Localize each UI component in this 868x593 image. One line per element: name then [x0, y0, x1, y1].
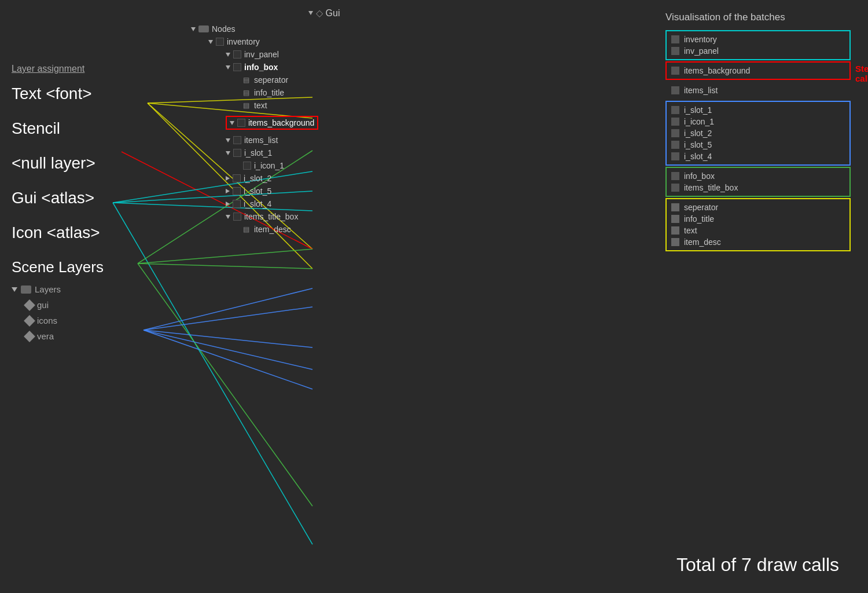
layer-assignment-label: Layer assignment: [12, 64, 150, 74]
node-icon: [233, 187, 241, 195]
scene-entry-gui: gui: [25, 300, 150, 310]
tree-panel: ◇ Gui Nodes inventory inv_panel info_box…: [174, 6, 475, 236]
gui-icon: ◇: [316, 8, 323, 19]
tree-i-slot-4: i_slot_4: [174, 197, 475, 210]
batch-item-seperator: seperator: [671, 202, 845, 213]
node-icon: [243, 162, 251, 170]
svg-line-9: [138, 249, 312, 263]
expand-icon: [308, 11, 313, 15]
text-icon: ▤: [243, 225, 249, 233]
svg-line-13: [144, 288, 312, 330]
node-icon: [216, 38, 224, 46]
batch-group-cyan: inventory inv_panel: [665, 30, 851, 60]
expand-icon: [226, 138, 230, 142]
tree-i-slot-1: i_slot_1: [174, 147, 475, 159]
batch-sq-icon: [671, 86, 679, 94]
tree-i-slot-5: i_slot_5: [174, 185, 475, 197]
batch-sq-icon: [671, 172, 679, 180]
batch-sq-icon: [671, 226, 679, 235]
batch-item-items-bg: items_background: [671, 65, 845, 76]
node-icon: [233, 213, 241, 221]
batch-item-i-slot-1: i_slot_1: [671, 104, 845, 116]
batch-sq-icon: [671, 152, 679, 160]
expand-icon: [12, 287, 17, 292]
tree-nodes-folder: Nodes: [174, 23, 475, 35]
batch-sq-icon: [671, 203, 679, 211]
expand-icon: [226, 53, 230, 57]
svg-line-17: [144, 330, 312, 389]
batch-sq-icon: [671, 238, 679, 246]
svg-line-14: [144, 307, 312, 330]
tree-root-gui: ◇ Gui: [174, 6, 475, 20]
diamond-icon: [24, 331, 35, 342]
tree-seperator: ▤ seperator: [174, 74, 475, 86]
stencil-note: Stencils uses 2 draw calls: [855, 64, 868, 83]
text-icon: ▤: [243, 101, 249, 109]
expand-right-icon: [226, 202, 230, 206]
tree-item-desc: ▤ item_desc: [174, 223, 475, 236]
scene-entry-vera: vera: [25, 331, 150, 341]
text-icon: ▤: [243, 76, 249, 84]
batch-sq-icon: [671, 67, 679, 75]
node-icon: [233, 149, 241, 157]
diamond-icon: [24, 299, 35, 311]
batch-sq-icon: [671, 141, 679, 149]
batch-item-i-slot-2: i_slot_2: [671, 127, 845, 139]
batch-item-inv-panel: inv_panel: [671, 45, 845, 57]
diamond-icon: [24, 315, 35, 327]
batch-item-inventory: inventory: [671, 34, 845, 45]
layer-icon-atlas: Icon <atlas>: [12, 224, 150, 242]
node-icon: [233, 63, 241, 71]
node-icon: [237, 119, 245, 127]
tree-inventory: inventory: [174, 35, 475, 48]
batch-item-items-title-box: items_title_box: [671, 182, 845, 193]
batch-group-none: items_list: [665, 81, 851, 100]
batch-sq-icon: [671, 129, 679, 137]
batch-item-items-list: items_list: [671, 85, 845, 96]
scene-layers-title: Scene Layers: [12, 258, 150, 276]
batch-group-red: items_background Stencils uses 2 draw ca…: [665, 61, 851, 80]
batch-item-text: text: [671, 225, 845, 236]
batch-group-yellow: seperator info_title text item_desc: [665, 198, 851, 251]
folder-icon: [198, 25, 209, 32]
svg-line-15: [144, 330, 312, 347]
layer-null: <null layer>: [12, 154, 150, 173]
viz-title: Visualisation of the batches: [665, 12, 851, 23]
expand-right-icon: [226, 176, 230, 181]
svg-line-16: [144, 330, 312, 369]
tree-i-slot-2: i_slot_2: [174, 172, 475, 185]
layer-stencil: Stencil: [12, 119, 150, 138]
total-draw-calls-label: Total of 7 draw calls: [676, 554, 839, 576]
expand-icon: [191, 27, 196, 31]
batch-sq-icon: [671, 106, 679, 114]
batch-item-info-title: info_title: [671, 213, 845, 225]
tree-info-box: info_box: [174, 61, 475, 74]
node-icon: [233, 200, 241, 208]
layer-gui-atlas: Gui <atlas>: [12, 189, 150, 207]
batch-sq-icon: [671, 118, 679, 126]
expand-icon: [230, 121, 234, 125]
right-panel: Visualisation of the batches inventory i…: [665, 12, 851, 252]
scene-entry-icons: icons: [25, 316, 150, 325]
expand-right-icon: [226, 189, 230, 193]
batch-item-i-slot-5: i_slot_5: [671, 139, 845, 151]
tree-items-background: items_background: [174, 114, 475, 131]
batch-item-item-desc: item_desc: [671, 236, 845, 248]
tree-text: ▤ text: [174, 99, 475, 112]
batch-sq-icon: [671, 35, 679, 43]
node-icon: [233, 174, 241, 182]
batch-sq-icon: [671, 184, 679, 192]
tree-i-icon-1: i_icon_1: [174, 159, 475, 172]
tree-inv-panel: inv_panel: [174, 48, 475, 61]
layer-text-font: Text <font>: [12, 85, 150, 103]
batch-item-i-icon-1: i_icon_1: [671, 116, 845, 127]
svg-line-12: [138, 263, 312, 506]
svg-line-10: [138, 263, 312, 269]
left-panel: Layer assignment Text <font> Stencil <nu…: [0, 0, 162, 593]
node-icon: [233, 50, 241, 58]
expand-icon: [208, 40, 213, 44]
folder-icon: [21, 285, 31, 294]
batch-item-info-box: info_box: [671, 170, 845, 182]
tree-items-title-box: items_title_box: [174, 210, 475, 223]
tree-items-list: items_list: [174, 134, 475, 147]
